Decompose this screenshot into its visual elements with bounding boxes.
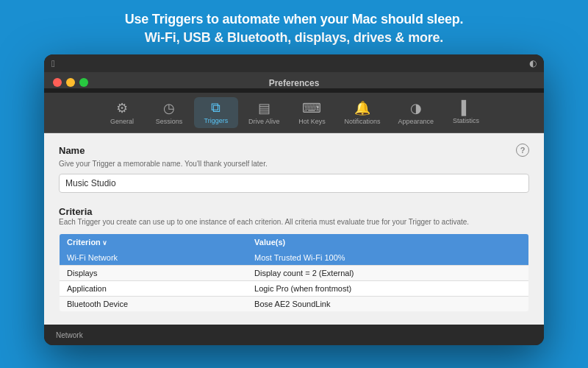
window-title: Preferences — [53, 78, 535, 88]
hot-keys-label: Hot Keys — [298, 118, 326, 125]
mac-menubar:  ◐ — [44, 54, 544, 72]
criterion-cell-1: Displays — [60, 266, 248, 281]
toolbar-item-notifications[interactable]: 🔔Notifications — [337, 97, 387, 128]
promo-text: Use Triggers to automate when your Mac s… — [0, 0, 588, 54]
sessions-label: Sessions — [156, 118, 183, 125]
general-label: General — [110, 118, 134, 125]
menu-right-icon: ◐ — [529, 58, 537, 68]
mac-window-wrapper:  ◐ Preferences ⚙General◷Sessions⧉Trigge… — [0, 54, 588, 345]
content-area: Name ? Give your Trigger a memorable nam… — [44, 133, 544, 325]
help-button[interactable]: ? — [516, 144, 529, 157]
apple-icon:  — [51, 58, 55, 69]
value-cell-1: Display count = 2 (External) — [247, 266, 528, 281]
toolbar-item-drive-alive[interactable]: ▤Drive Alive — [241, 97, 287, 128]
criteria-col-header-0[interactable]: Criterion — [60, 234, 248, 251]
drive-alive-label: Drive Alive — [248, 118, 280, 125]
appearance-label: Appearance — [398, 118, 434, 125]
statistics-icon: ▌ — [462, 100, 471, 116]
appearance-icon: ◑ — [410, 100, 422, 116]
promo-line2: Wi-Fi, USB & Bluetooth, displays, drives… — [15, 29, 573, 47]
general-icon: ⚙ — [116, 100, 128, 116]
triggers-label: Triggers — [204, 117, 229, 124]
value-cell-0: Most Trusted Wi-Fi 100% — [247, 250, 528, 266]
drive-alive-icon: ▤ — [258, 100, 270, 116]
criteria-row-3[interactable]: Bluetooth DeviceBose AE2 SoundLink — [60, 297, 529, 312]
toolbar-item-appearance[interactable]: ◑Appearance — [391, 97, 442, 128]
criteria-section: Criteria Each Trigger you create can use… — [59, 206, 529, 312]
notifications-label: Notifications — [344, 118, 380, 125]
criteria-col-header-1[interactable]: Value(s) — [247, 234, 528, 251]
bottom-bar: Network — [44, 325, 544, 345]
mac-frame:  ◐ Preferences ⚙General◷Sessions⧉Trigge… — [44, 54, 544, 345]
value-cell-2: Logic Pro (when frontmost) — [247, 281, 528, 297]
hot-keys-icon: ⌨ — [302, 100, 321, 116]
name-title: Name — [59, 145, 85, 156]
notifications-icon: 🔔 — [354, 100, 370, 116]
criteria-title: Criteria — [59, 206, 529, 217]
value-cell-3: Bose AE2 SoundLink — [247, 297, 528, 312]
criteria-row-2[interactable]: ApplicationLogic Pro (when frontmost) — [60, 281, 529, 297]
toolbar-item-triggers[interactable]: ⧉Triggers — [194, 97, 238, 128]
sessions-icon: ◷ — [163, 100, 175, 116]
toolbar-item-statistics[interactable]: ▌Statistics — [444, 97, 488, 128]
toolbar-item-sessions[interactable]: ◷Sessions — [147, 97, 191, 128]
criteria-description: Each Trigger you create can use up to on… — [59, 217, 529, 227]
criteria-table: CriterionValue(s) Wi-Fi NetworkMost Trus… — [59, 233, 529, 312]
name-description: Give your Trigger a memorable name. You'… — [59, 160, 529, 168]
criterion-cell-0: Wi-Fi Network — [60, 250, 248, 266]
criterion-cell-3: Bluetooth Device — [60, 297, 248, 312]
toolbar-item-general[interactable]: ⚙General — [100, 97, 144, 128]
criterion-cell-2: Application — [60, 281, 248, 297]
toolbar-item-hot-keys[interactable]: ⌨Hot Keys — [290, 97, 334, 128]
bottom-bar-text: Network — [56, 331, 83, 339]
triggers-icon: ⧉ — [211, 100, 220, 116]
promo-line1: Use Triggers to automate when your Mac s… — [15, 10, 573, 29]
criteria-row-0[interactable]: Wi-Fi NetworkMost Trusted Wi-Fi 100% — [60, 250, 529, 266]
toolbar: ⚙General◷Sessions⧉Triggers▤Drive Alive⌨H… — [44, 93, 544, 133]
criteria-row-1[interactable]: DisplaysDisplay count = 2 (External) — [60, 266, 529, 281]
name-section-header: Name ? — [59, 144, 529, 157]
statistics-label: Statistics — [453, 117, 479, 124]
window-chrome: Preferences — [44, 72, 544, 88]
trigger-name-input[interactable] — [59, 174, 529, 193]
